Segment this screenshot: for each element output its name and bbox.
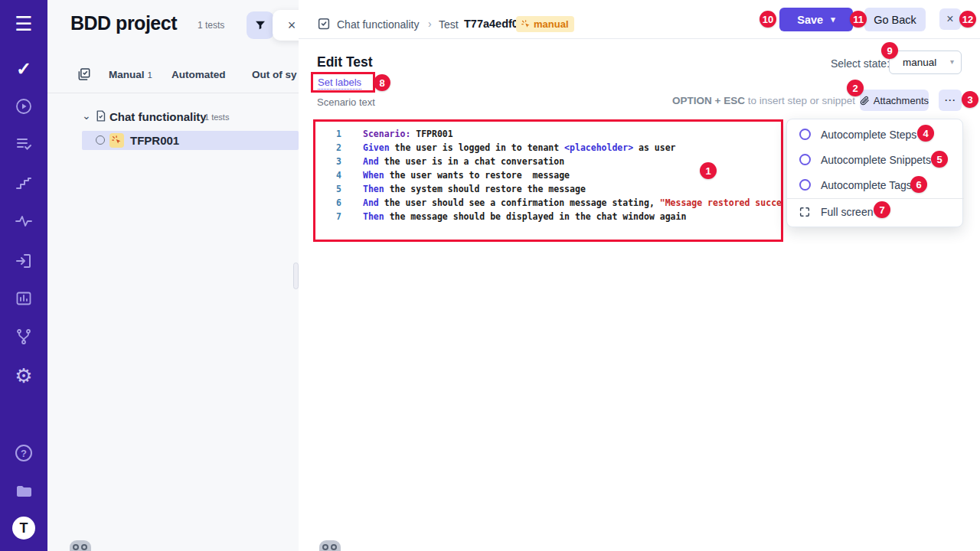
editor-line[interactable]: 7Then the message should be displayed in… [315,210,781,223]
manual-state-badge: manual [516,16,574,32]
tab-automated[interactable]: Automated [172,69,226,80]
annotation-badge-1: 1 [700,162,717,179]
test-id-label[interactable]: TFPR001 [130,134,179,147]
import-icon[interactable] [0,251,47,271]
scenario-text-label: Scenario text [317,96,375,108]
runs-icon[interactable] [0,96,47,116]
menu-icon[interactable]: ☰ [0,14,47,34]
line-number: 5 [315,182,341,196]
breadcrumb-test-id[interactable]: T77a4edf0 [464,18,518,30]
code-text: the message should be displayed in the c… [384,211,687,222]
menu-item-autocomplete-tags[interactable]: Autocomplete Tags [787,173,964,198]
line-number: 2 [315,141,341,155]
main-sidebar: ☰ ✓ ⚙ ? T [0,0,47,551]
go-back-button[interactable]: Go Back [864,8,926,31]
chevron-down-icon[interactable]: ⌄ [82,109,91,122]
editor-more-button[interactable]: ⋯ [939,90,962,111]
fullscreen-icon [799,206,811,221]
attachments-button[interactable]: Attachments [860,90,929,111]
code-text: the user is in a chat conversation [379,156,564,167]
select-state-label: Select state: [831,57,890,70]
select-caret-icon: ▾ [950,57,954,66]
annotation-badge-7: 7 [874,201,890,218]
project-panel: BDD project 1 tests × Manual1 Automated … [47,0,299,551]
settings-icon[interactable]: ⚙ [0,366,47,386]
branches-icon[interactable] [0,327,47,347]
radio-icon[interactable] [799,129,811,140]
pulse-icon[interactable] [0,211,47,231]
radio-icon[interactable] [799,154,811,165]
filter-popover-edge: × [273,10,299,41]
tests-icon[interactable]: ✓ [0,59,47,79]
editor-line[interactable]: 2Given the user is logged in to tenant <… [315,141,781,155]
select-all-icon[interactable] [77,67,92,85]
help-icon[interactable]: ? [0,443,47,463]
tab-manual-label: Manual [109,69,145,80]
analytics-icon[interactable] [0,289,47,308]
test-tabs: Manual1 Automated Out of sy [47,64,299,93]
menu-item-label: Autocomplete Steps [821,129,916,141]
gherkin-keyword: Given [363,142,390,153]
gherkin-keyword: When [363,170,384,181]
code-string: "Message restored succe [660,197,781,208]
annotation-badge-3: 3 [962,91,978,108]
scenario-editor[interactable]: 1Scenario: TFPR001 2Given the user is lo… [315,122,781,240]
save-dropdown-caret-icon[interactable]: ▾ [831,15,835,24]
main-footer-widget[interactable] [319,540,341,551]
menu-item-label: Full screen [821,206,873,218]
radio-icon[interactable] [799,179,811,191]
editor-line[interactable]: 1Scenario: TFPR001 [315,127,781,141]
editor-line[interactable]: 5Then the system should restore the mess… [315,182,781,196]
docs-icon[interactable] [0,481,47,500]
tab-manual[interactable]: Manual1 [109,69,152,80]
test-status-circle[interactable] [96,135,105,145]
editor-line[interactable]: 6And the user should see a confirmation … [315,196,781,210]
steps-icon[interactable] [0,174,47,194]
suite-test-count: 1 tests [204,112,229,122]
panel-resize-handle[interactable] [293,262,299,289]
annotation-badge-2: 2 [847,80,864,96]
breadcrumb-suite[interactable]: Chat functionality [337,18,419,31]
test-row-selected[interactable]: TFPR001 [82,131,299,150]
breadcrumb-test-prefix: Test [439,18,459,31]
app-window: ☰ ✓ ⚙ ? T [0,0,980,551]
main-content: Chat functionality › Test T77a4edf0 manu… [299,0,980,551]
save-button[interactable]: Save ▾ [779,8,853,31]
tab-out-of-sync[interactable]: Out of sy [252,69,297,80]
app-logo[interactable]: T [0,518,47,538]
funnel-icon [254,19,266,31]
help-question-glyph: ? [15,445,32,461]
annotation-badge-12: 12 [959,11,976,28]
gherkin-keyword: And [363,197,379,208]
tab-manual-count: 1 [148,70,152,80]
suite-row[interactable]: ⌄ Chat functionality 1 tests [47,109,299,127]
paperclip-icon [860,96,870,106]
menu-item-autocomplete-steps[interactable]: Autocomplete Steps [787,122,964,148]
line-number: 1 [315,127,341,141]
manual-test-icon [109,133,124,148]
save-label: Save [797,14,823,26]
panel-footer-widget[interactable] [70,540,91,551]
state-select[interactable]: manual ▾ [889,51,962,74]
filter-close-icon[interactable]: × [288,18,296,34]
state-select-value: manual [903,57,936,68]
gherkin-keyword: Then [363,211,384,222]
code-text: the user wants to restore message [384,170,570,181]
set-labels-link[interactable]: Set labels [318,77,361,90]
plans-icon[interactable] [0,134,47,154]
breadcrumb-test-icon [317,17,331,34]
project-title: BDD project [70,12,177,34]
close-editor-button[interactable]: × [939,8,961,30]
code-text: as user [633,142,675,153]
filter-button[interactable] [247,11,274,39]
code-placeholder: <placeholder> [564,142,633,153]
suite-doc-icon [94,109,107,126]
gherkin-keyword: Scenario: [363,129,410,139]
line-number: 6 [315,196,341,210]
line-number: 4 [315,168,341,182]
menu-item-label: Autocomplete Snippets [821,154,931,166]
suite-name[interactable]: Chat functionality [109,110,207,123]
hint-rest: to insert step or snippet [745,95,855,106]
manual-badge-icon [521,20,531,29]
annotation-badge-4: 4 [917,125,934,142]
